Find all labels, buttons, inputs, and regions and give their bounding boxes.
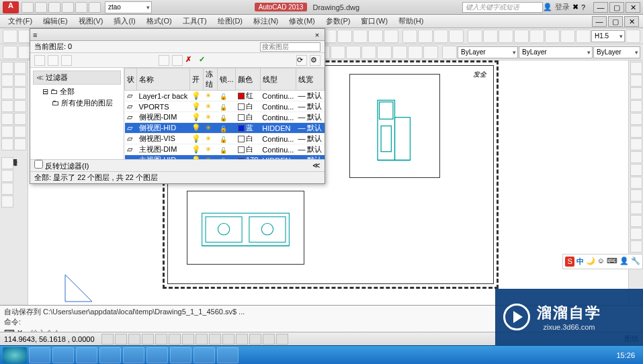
dim-tool-icon[interactable] xyxy=(337,30,352,43)
tool-icon[interactable] xyxy=(1,183,13,195)
taskbar-app-icon[interactable] xyxy=(99,347,121,363)
dim-tool-icon[interactable] xyxy=(545,30,560,43)
new-filter-icon[interactable] xyxy=(34,55,45,66)
delete-layer-icon[interactable]: ✗ xyxy=(185,55,196,66)
bulb-icon[interactable]: 💡 xyxy=(191,124,201,132)
dim-tool-icon[interactable] xyxy=(468,30,482,43)
lock-icon[interactable]: 🔓 xyxy=(220,115,227,122)
menu-tools[interactable]: 工具(T) xyxy=(179,15,211,28)
circle-tool-icon[interactable] xyxy=(1,100,13,112)
modify-icon[interactable] xyxy=(630,126,642,138)
filter-header[interactable]: ≪ 过滤器 xyxy=(33,71,121,85)
layer-linetype[interactable]: Continu... xyxy=(260,134,296,144)
qat-print-icon[interactable] xyxy=(89,2,101,13)
bulb-icon[interactable]: 💡 xyxy=(191,102,201,110)
taskbar-app-icon[interactable] xyxy=(194,347,215,363)
dim-tool-icon[interactable] xyxy=(384,30,398,43)
color-combo[interactable]: ByLayer xyxy=(458,46,518,58)
modify-tool-icon[interactable] xyxy=(346,46,361,59)
dim-tool-icon[interactable] xyxy=(560,30,575,43)
dim-tool-icon[interactable] xyxy=(353,30,368,43)
set-current-icon[interactable]: ✓ xyxy=(199,55,210,66)
ortho-toggle[interactable] xyxy=(128,334,140,345)
dim-tool-icon[interactable] xyxy=(626,30,640,43)
layer-linetype[interactable]: Continu... xyxy=(260,91,296,101)
qs-toggle[interactable] xyxy=(276,334,288,345)
modify-icon[interactable] xyxy=(630,138,642,150)
ime-smile-icon[interactable]: ☺ xyxy=(597,257,605,267)
qat-redo-icon[interactable] xyxy=(75,2,87,13)
modify-tool-icon[interactable] xyxy=(361,46,376,59)
ime-lang-toggle[interactable]: 中 xyxy=(576,257,584,267)
modify-icon[interactable] xyxy=(630,215,642,227)
modify-icon[interactable] xyxy=(630,228,642,240)
qat-new-icon[interactable] xyxy=(22,2,34,13)
sun-icon[interactable]: ☀ xyxy=(205,91,212,99)
snap-toggle[interactable] xyxy=(101,334,114,345)
lock-icon[interactable]: 🔓 xyxy=(220,147,227,154)
layer-lineweight[interactable]: — 默认 xyxy=(296,91,324,101)
color-swatch[interactable] xyxy=(238,146,245,153)
taskbar-app-icon[interactable] xyxy=(146,347,168,363)
layer-name[interactable]: 侧视图-VIS xyxy=(137,134,190,144)
ducs-toggle[interactable] xyxy=(182,334,194,345)
tool-icon[interactable] xyxy=(1,170,13,182)
doc-minimize-button[interactable]: — xyxy=(592,16,607,27)
color-swatch[interactable] xyxy=(238,93,245,99)
layer-name[interactable]: 主视图-DIM xyxy=(137,144,190,155)
coordinates[interactable]: 114.9643, 56.1618 , 0.0000 xyxy=(4,335,95,343)
col-freeze[interactable]: 冻结 xyxy=(203,69,218,91)
modify-icon[interactable] xyxy=(630,189,642,201)
col-lock[interactable]: 锁... xyxy=(218,69,236,91)
taskbar-clock[interactable]: 15:26 xyxy=(611,351,640,359)
xline-tool-icon[interactable] xyxy=(14,62,26,74)
layer-lineweight[interactable]: — 默认 xyxy=(296,134,324,144)
ime-wrench-icon[interactable]: 🔧 xyxy=(631,257,640,267)
osnap-toggle[interactable] xyxy=(155,334,167,345)
arc-tool-icon[interactable] xyxy=(14,87,26,99)
dim-tool-icon[interactable] xyxy=(402,30,417,43)
ime-toolbar[interactable]: S 中 🌙 ☺ ⌨ 👤 🔧 xyxy=(562,254,643,269)
col-color[interactable]: 颜色 xyxy=(236,69,260,91)
dim-tool-icon[interactable] xyxy=(449,30,464,43)
layer-name[interactable]: VPORTS xyxy=(137,101,190,112)
color-swatch[interactable] xyxy=(238,136,245,142)
taskbar-app-icon[interactable] xyxy=(123,347,144,363)
user-icon[interactable]: 👤 xyxy=(543,3,552,11)
am-toggle[interactable] xyxy=(249,334,261,345)
ime-logo-icon[interactable]: S xyxy=(565,257,574,267)
modify-icon[interactable] xyxy=(630,75,642,87)
layer-linetype[interactable]: Continu... xyxy=(260,112,296,123)
layer-name[interactable]: Layer1-cr back xyxy=(137,91,190,101)
table-tool-icon[interactable] xyxy=(14,138,26,150)
col-lineweight[interactable]: 线宽 xyxy=(296,69,324,91)
lock-icon[interactable]: 🔓 xyxy=(220,136,227,143)
menu-view[interactable]: 视图(V) xyxy=(75,15,108,28)
ime-moon-icon[interactable]: 🌙 xyxy=(586,257,595,267)
rect-tool-icon[interactable] xyxy=(1,87,13,99)
menu-window[interactable]: 窗口(W) xyxy=(357,15,392,28)
menu-edit[interactable]: 编辑(E) xyxy=(39,15,72,28)
panel-menu-icon[interactable]: ≡ xyxy=(33,31,37,39)
bulb-icon[interactable]: 💡 xyxy=(191,145,201,153)
qat-save-icon[interactable] xyxy=(48,2,60,13)
ellipse-tool-icon[interactable] xyxy=(1,113,13,125)
tree-node-used[interactable]: 🗀 所有使用的图层 xyxy=(33,97,121,109)
modify-icon[interactable] xyxy=(630,62,642,74)
dim-tool-icon[interactable] xyxy=(433,30,448,43)
tool-icon[interactable] xyxy=(3,46,17,59)
menu-help[interactable]: 帮助(H) xyxy=(394,15,427,28)
layer-lineweight[interactable]: — 默认 xyxy=(296,112,324,123)
bulb-icon[interactable]: 💡 xyxy=(191,134,201,142)
modify-tool-icon[interactable] xyxy=(377,46,392,59)
layer-linetype[interactable]: HIDDEN xyxy=(260,123,296,134)
qp-toggle[interactable] xyxy=(222,334,234,345)
login-link[interactable]: 登录 xyxy=(555,2,570,12)
linetype-combo[interactable]: ByLayer xyxy=(519,46,593,58)
layer-lineweight[interactable]: — 默认 xyxy=(296,123,324,134)
col-status[interactable]: 状 xyxy=(125,69,137,91)
layer-name[interactable]: 侧视图-DIM xyxy=(137,112,190,123)
lock-icon[interactable]: 🔓 xyxy=(220,104,227,111)
layer-linetype[interactable]: Continu... xyxy=(260,101,296,112)
modify-tool-icon[interactable] xyxy=(331,46,345,59)
